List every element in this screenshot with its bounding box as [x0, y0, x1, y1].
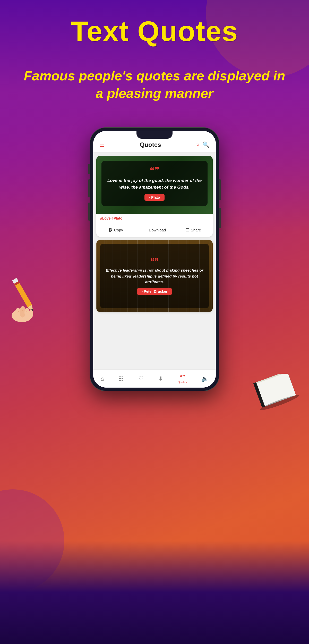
- quote-text-1: Love is the joy of the good, the wonder …: [106, 177, 203, 190]
- menu-icon[interactable]: ☰: [100, 142, 104, 148]
- copy-button[interactable]: 🗐 Copy: [96, 226, 135, 234]
- phone-screen: ☰ Quotes ▿ 🔍 ❝❞ Love is the joy of the g…: [93, 131, 216, 388]
- nav-quotes[interactable]: ❝❞ Quotes: [178, 374, 187, 384]
- nav-grid[interactable]: ☷: [119, 375, 124, 382]
- copy-label: Copy: [114, 228, 123, 232]
- page-subtitle: Famous people's quotes are displayed in …: [0, 67, 309, 102]
- page-title: Text Quotes: [0, 15, 309, 47]
- hand-pencil-decoration: [5, 271, 46, 322]
- quote-actions-1: 🗐 Copy ⭳ Download ❐ Share: [96, 223, 213, 237]
- quote-card-1: ❝❞ Love is the joy of the good, the wond…: [96, 156, 213, 237]
- header-actions: ▿ 🔍: [196, 141, 209, 148]
- quote-tags-1: #Love #Plato: [96, 214, 213, 223]
- quote-box-1: ❝❞ Love is the joy of the good, the wond…: [101, 161, 208, 206]
- quote-author-1: - Plato: [144, 194, 165, 201]
- download-icon: ⭳: [143, 228, 147, 232]
- nav-heart[interactable]: ♡: [139, 375, 144, 382]
- svg-point-9: [29, 310, 33, 318]
- speaker-icon: 🔈: [201, 375, 208, 382]
- heart-icon: ♡: [139, 375, 144, 382]
- book-decoration: [252, 374, 299, 410]
- share-icon: ❐: [186, 228, 189, 232]
- hero-header: Text Quotes Famous people's quotes are d…: [0, 0, 309, 102]
- phone-button-volume-down: [88, 203, 90, 221]
- quotes-nav-label: Quotes: [178, 381, 187, 384]
- nav-home[interactable]: ⌂: [101, 375, 104, 382]
- copy-icon: 🗐: [108, 228, 113, 232]
- quote-overlay-2: ❝❞ Effective leadership is not about mak…: [100, 244, 209, 308]
- app-content-area: ❝❞ Love is the joy of the good, the wond…: [93, 153, 216, 381]
- search-icon[interactable]: 🔍: [202, 141, 209, 148]
- download-button[interactable]: ⭳ Download: [135, 226, 174, 234]
- phone-frame: ☰ Quotes ▿ 🔍 ❝❞ Love is the joy of the g…: [90, 128, 219, 391]
- phone-notch: [136, 131, 173, 139]
- app-title: Quotes: [140, 141, 161, 148]
- share-button[interactable]: ❐ Share: [174, 226, 213, 234]
- quote-text-2: Effective leadership is not about making…: [104, 267, 205, 285]
- phone-button-volume-up: [88, 179, 90, 197]
- share-label: Share: [191, 228, 201, 232]
- bottom-navigation: ⌂ ☷ ♡ ⬇ ❝❞ Quotes 🔈: [93, 370, 216, 388]
- download-label: Download: [149, 228, 166, 232]
- quote-image-2: ❝❞ Effective leadership is not about mak…: [96, 240, 213, 312]
- bottom-wave: [0, 541, 309, 644]
- download-nav-icon: ⬇: [158, 375, 163, 382]
- quotes-icon: ❝❞: [179, 374, 185, 380]
- home-icon: ⌂: [101, 375, 104, 382]
- phone-button-power: [88, 164, 90, 174]
- grid-icon: ☷: [119, 375, 124, 382]
- filter-icon[interactable]: ▿: [196, 141, 199, 148]
- quote-marks-2: ❝❞: [150, 257, 159, 265]
- nav-speaker[interactable]: 🔈: [201, 375, 208, 382]
- phone-mockup: ☰ Quotes ▿ 🔍 ❝❞ Love is the joy of the g…: [0, 128, 309, 391]
- quote-image-1: ❝❞ Love is the joy of the good, the wond…: [96, 156, 213, 214]
- quote-card-2: ❝❞ Effective leadership is not about mak…: [96, 240, 213, 312]
- quote-author-2: - Peter Drucker: [137, 288, 172, 295]
- nav-download[interactable]: ⬇: [158, 375, 163, 382]
- quote-marks-1: ❝❞: [106, 166, 203, 175]
